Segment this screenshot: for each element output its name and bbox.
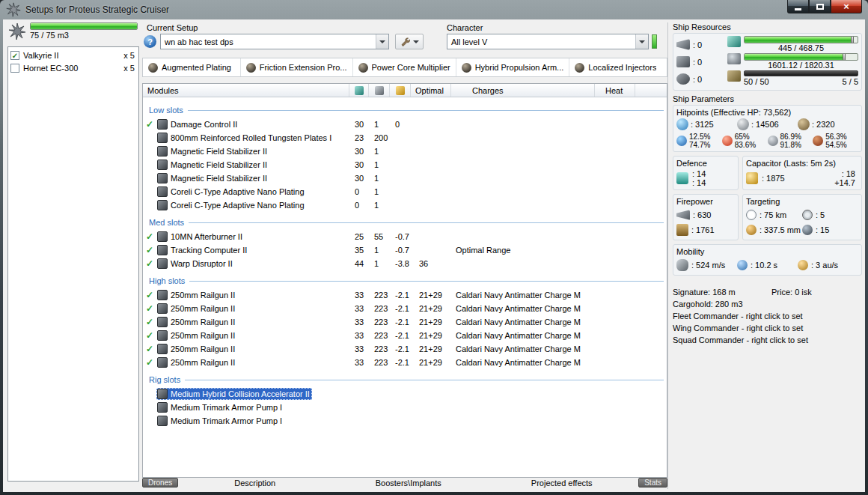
subsystem-label: Power Core Multiplier (372, 63, 450, 72)
module-charges: Caldari Navy Antimatter Charge M (451, 358, 595, 367)
close-button[interactable]: × (831, 0, 862, 13)
module-cpu: 35 (349, 246, 369, 255)
module-table-header: Modules Optimal Charges Heat (143, 84, 667, 97)
module-row[interactable]: ✓Warp Disruptor II441-3.836 (143, 257, 667, 270)
module-name: Warp Disruptor II (171, 259, 233, 268)
module-row[interactable]: Coreli C-Type Adaptive Nano Plating01 (143, 185, 667, 198)
module-row[interactable]: ✓250mm Railgun II33223-2.121+29Caldari N… (143, 315, 667, 329)
module-cpu: 0 (349, 201, 369, 210)
module-row[interactable]: ✓250mm Railgun II33223-2.121+29Caldari N… (143, 356, 667, 369)
module-row[interactable]: Magnetic Field Stabilizer II301 (143, 145, 667, 158)
character-dropdown-button[interactable] (635, 34, 648, 49)
subsystem-electronics[interactable]: Friction Extension Pro... (241, 58, 353, 76)
tools-button[interactable] (395, 34, 424, 49)
chevron-down-icon (639, 40, 645, 43)
module-icon (157, 330, 168, 341)
subsystem-engineering[interactable]: Power Core Multiplier (353, 58, 456, 76)
module-row[interactable]: ✓10MN Afterburner II2555-0.7 (143, 230, 667, 243)
module-name: 800mm Reinforced Rolled Tungsten Plates … (171, 133, 331, 142)
help-icon[interactable]: ? (144, 35, 156, 48)
column-optimal[interactable]: Optimal (411, 84, 451, 97)
module-row[interactable]: Medium Hybrid Collision Accelerator II (143, 387, 667, 401)
drone-checkbox[interactable] (10, 51, 19, 60)
active-check-icon: ✓ (143, 290, 156, 300)
current-setup-label: Current Setup (147, 23, 198, 32)
module-row[interactable]: ✓250mm Railgun II33223-2.121+29Caldari N… (143, 302, 667, 315)
column-powergrid[interactable] (369, 84, 390, 97)
column-cpu[interactable] (349, 84, 369, 97)
module-row[interactable]: ✓250mm Railgun II33223-2.121+29Caldari N… (143, 288, 667, 302)
module-powergrid: 223 (369, 331, 390, 340)
tab-projected-effects[interactable]: Projected effects (485, 479, 638, 488)
module-row[interactable]: Magnetic Field Stabilizer II301 (143, 158, 667, 171)
module-cpu: 33 (349, 358, 369, 367)
column-capacitor[interactable] (390, 84, 411, 97)
column-filler (635, 84, 667, 97)
module-row[interactable]: Medium Trimark Armor Pump I (143, 414, 667, 428)
maximize-button[interactable] (809, 0, 831, 13)
tab-description[interactable]: Description (178, 479, 331, 488)
thermal-armor-resist: 83.6% (735, 141, 756, 149)
module-optimal: 21+29 (411, 304, 451, 313)
column-modules[interactable]: Modules (143, 84, 349, 97)
module-row[interactable]: Medium Trimark Armor Pump I (143, 401, 667, 414)
module-name: 250mm Railgun II (171, 304, 235, 313)
setup-dropdown[interactable]: wn ab hac test dps (160, 34, 389, 49)
module-row[interactable]: ✓Tracking Computer II351-0.7Optimal Rang… (143, 243, 667, 257)
module-capacitor: -2.1 (390, 291, 411, 300)
module-charges: Caldari Navy Antimatter Charge M (451, 344, 595, 353)
column-heat[interactable]: Heat (595, 84, 635, 97)
armor-hp-value: : 14506 (751, 120, 779, 129)
module-icon (157, 303, 168, 314)
module-name-cell: Coreli C-Type Adaptive Nano Plating (156, 199, 307, 211)
character-dropdown-value: All level V (447, 37, 635, 46)
minimize-button[interactable] (787, 0, 809, 13)
hitpoints-label: Hitpoints (Effective HP: 73,562) (676, 108, 858, 117)
max-velocity-icon (676, 259, 688, 271)
defence-title: Defence (676, 159, 735, 168)
hull-hp: : 2320 (798, 118, 858, 130)
firepower-title: Firepower (676, 197, 735, 206)
subsystem-label: Localized Injectors (588, 63, 656, 72)
subsystem-defensive[interactable]: Augmented Plating (143, 58, 241, 76)
module-row[interactable]: ✓250mm Railgun II33223-2.121+29Caldari N… (143, 329, 667, 342)
module-row[interactable]: ✓Damage Control II3010 (143, 118, 667, 131)
subsystem-offensive[interactable]: Hybrid Propulsion Arm... (456, 58, 570, 76)
titlebar[interactable]: Setups for Proteus Strategic Cruiser × (0, 0, 868, 19)
wing-commander-slot[interactable]: Wing Commander - right click to set (673, 322, 862, 334)
module-cpu: 33 (349, 291, 369, 300)
drones-toggle-button[interactable]: Drones (142, 478, 178, 488)
capacitor-title: Capacitor (Lasts: 5m 2s) (746, 159, 858, 168)
scan-resolution-value: : 337.5 mm (760, 225, 801, 234)
module-powergrid: 200 (369, 133, 390, 142)
active-check-icon: ✓ (143, 245, 156, 255)
module-name: Medium Trimark Armor Pump I (171, 416, 282, 425)
squad-commander-slot[interactable]: Squad Commander - right click to set (673, 334, 862, 346)
drone-list-item[interactable]: Hornet EC-300 x 5 (10, 61, 136, 74)
setup-dropdown-button[interactable] (376, 34, 388, 49)
tab-boosters-implants[interactable]: Boosters\Implants (331, 479, 485, 488)
slot-section-header: High slots (149, 275, 664, 287)
fleet-commander-slot[interactable]: Fleet Commander - right click to set (673, 310, 862, 322)
module-row[interactable]: Magnetic Field Stabilizer II301 (143, 171, 667, 185)
slot-section-title: Low slots (149, 106, 183, 115)
price-value: Price: 0 isk (771, 286, 812, 298)
slot-section-line (188, 110, 664, 111)
character-dropdown[interactable]: All level V (447, 34, 649, 49)
module-charges: Caldari Navy Antimatter Charge M (451, 291, 595, 300)
module-row[interactable]: Coreli C-Type Adaptive Nano Plating01 (143, 198, 667, 212)
rig-slots-value: 5 / 5 (843, 77, 858, 86)
drone-list-item[interactable]: Valkyrie II x 5 (10, 49, 136, 61)
drone-checkbox[interactable] (10, 64, 19, 73)
cpu-resource: 445 / 468.75 (727, 36, 858, 52)
thermal-shield-resist: 65% (735, 133, 756, 141)
module-cpu: 23 (349, 133, 369, 142)
stats-toggle-button[interactable]: Stats (638, 478, 667, 488)
module-name-cell: 250mm Railgun II (156, 356, 237, 368)
ship-resources-box: : 0 : 0 : 0 (673, 33, 862, 91)
subsystem-icon (358, 63, 368, 73)
module-row[interactable]: 800mm Reinforced Rolled Tungsten Plates … (143, 131, 667, 145)
column-charges[interactable]: Charges (451, 84, 595, 97)
subsystem-propulsion[interactable]: Localized Injectors (569, 58, 667, 76)
module-row[interactable]: ✓250mm Railgun II33223-2.121+29Caldari N… (143, 342, 667, 356)
